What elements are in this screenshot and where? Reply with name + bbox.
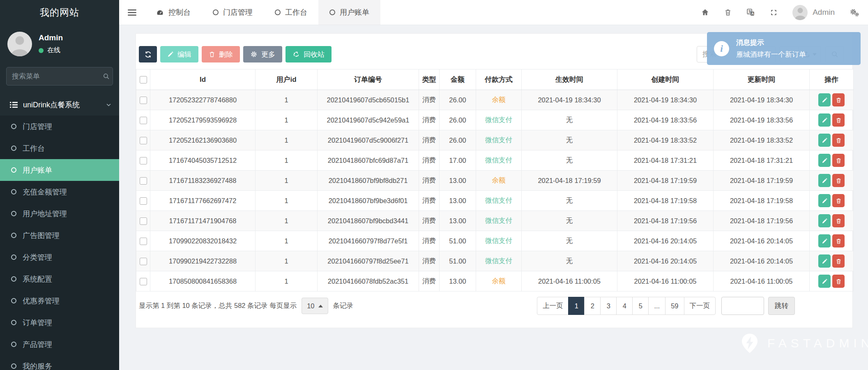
search-icon[interactable] xyxy=(103,73,110,80)
row-checkbox-cell xyxy=(136,171,150,191)
row-checkbox[interactable] xyxy=(140,278,147,285)
circle-icon xyxy=(329,9,335,15)
cell-effective-time: 无 xyxy=(522,231,617,251)
sidebar-item-充值金额管理[interactable]: 充值金额管理 xyxy=(0,181,119,203)
settings-cogs-icon[interactable] xyxy=(850,8,859,17)
row-delete-button[interactable] xyxy=(832,134,845,147)
row-checkbox[interactable] xyxy=(140,97,147,104)
sidebar-item-工作台[interactable]: 工作台 xyxy=(0,137,119,159)
row-checkbox[interactable] xyxy=(140,258,147,265)
row-checkbox[interactable] xyxy=(140,157,147,164)
row-delete-button[interactable] xyxy=(832,113,845,127)
row-edit-button[interactable] xyxy=(818,275,831,288)
sidebar-item-分类管理[interactable]: 分类管理 xyxy=(0,246,119,268)
column-header-Id: Id xyxy=(150,69,256,90)
row-edit-button[interactable] xyxy=(818,254,831,268)
notification-toast[interactable]: i 消息提示 雁城酒肆有一个新订单 xyxy=(707,32,861,65)
sidebar-item-广告图管理[interactable]: 广告图管理 xyxy=(0,224,119,246)
content-card: 编辑 删除 更多 回收站 xyxy=(136,33,853,328)
page-ellipsis[interactable]: ... xyxy=(648,297,665,315)
cell-id: 171674045035712512 xyxy=(150,150,256,171)
row-edit-button[interactable] xyxy=(818,234,831,247)
page-button-3[interactable]: 3 xyxy=(600,297,617,315)
row-edit-button[interactable] xyxy=(818,113,831,127)
nav-tab-用户账单[interactable]: 用户账单 xyxy=(318,0,380,25)
cell-actions xyxy=(810,191,854,211)
recycle-bin-button[interactable]: 回收站 xyxy=(285,46,332,62)
sidebar-item-订单管理[interactable]: 订单管理 xyxy=(0,312,119,333)
next-page-button[interactable]: 下一页 xyxy=(684,297,716,315)
jump-button[interactable]: 跳转 xyxy=(768,297,795,315)
fastadmin-watermark: FASTADMIN xyxy=(739,332,868,354)
nav-tab-控制台[interactable]: 控制台 xyxy=(145,0,202,25)
circle-icon xyxy=(11,298,16,303)
row-checkbox-cell xyxy=(136,251,150,271)
navbar-user[interactable]: Admin xyxy=(792,5,835,20)
fullscreen-icon[interactable] xyxy=(770,9,778,16)
page-button-2[interactable]: 2 xyxy=(584,297,601,315)
column-header-付款方式: 付款方式 xyxy=(476,69,522,90)
sidebar-item-label: 充值金额管理 xyxy=(23,187,67,197)
row-delete-button[interactable] xyxy=(832,214,845,227)
sidebar-item-我的服务[interactable]: 我的服务 xyxy=(0,355,119,370)
page-button-59[interactable]: 59 xyxy=(665,297,684,315)
menu-search-input[interactable] xyxy=(12,72,103,81)
nav-tab-工作台[interactable]: 工作台 xyxy=(264,0,318,25)
hamburger-menu-icon[interactable] xyxy=(119,9,145,16)
row-checkbox[interactable] xyxy=(140,117,147,124)
cell-type: 消费 xyxy=(419,110,440,130)
page-button-5[interactable]: 5 xyxy=(632,297,649,315)
row-checkbox[interactable] xyxy=(140,137,147,144)
nav-tab-门店管理[interactable]: 门店管理 xyxy=(202,0,264,25)
row-delete-button[interactable] xyxy=(832,174,845,187)
sidebar-group-unidrink[interactable]: uniDrink点餐系统 xyxy=(0,94,119,116)
sidebar-item-用户账单[interactable]: 用户账单 xyxy=(0,159,119,181)
pencil-icon xyxy=(822,178,828,184)
row-delete-button[interactable] xyxy=(832,194,845,207)
row-delete-button[interactable] xyxy=(832,154,845,167)
jump-page-input[interactable] xyxy=(721,297,764,315)
cell-actions xyxy=(810,251,854,271)
row-delete-button[interactable] xyxy=(832,234,845,247)
cell-pay-method: 微信支付 xyxy=(476,231,522,251)
page-button-1[interactable]: 1 xyxy=(568,297,585,315)
row-checkbox[interactable] xyxy=(140,217,147,225)
row-checkbox-cell xyxy=(136,90,150,110)
translate-icon[interactable]: 文A xyxy=(746,8,755,17)
row-edit-button[interactable] xyxy=(818,154,831,167)
row-delete-button[interactable] xyxy=(832,275,845,288)
cell-amount: 13.00 xyxy=(440,191,476,211)
navbar-actions: 文A Admin xyxy=(701,5,868,20)
sidebar-item-门店管理[interactable]: 门店管理 xyxy=(0,116,119,137)
trash-icon[interactable] xyxy=(724,8,732,16)
more-button[interactable]: 更多 xyxy=(243,46,282,62)
sidebar-item-系统配置[interactable]: 系统配置 xyxy=(0,268,119,290)
page-size-dropdown[interactable]: 10 xyxy=(302,298,328,314)
cell-created-time: 2021-04-18 17:19:56 xyxy=(617,211,714,231)
row-edit-button[interactable] xyxy=(818,93,831,106)
row-edit-button[interactable] xyxy=(818,134,831,147)
row-delete-button[interactable] xyxy=(832,93,845,106)
row-edit-button[interactable] xyxy=(818,174,831,187)
cell-order-no: 20210418607bf9bcbd3441 xyxy=(318,211,419,231)
home-icon[interactable] xyxy=(701,8,709,16)
delete-button[interactable]: 删除 xyxy=(202,46,240,62)
prev-page-button[interactable]: 上一页 xyxy=(537,297,569,315)
toast-title: 消息提示 xyxy=(736,38,806,47)
edit-button[interactable]: 编辑 xyxy=(160,46,198,62)
page-button-4[interactable]: 4 xyxy=(616,297,633,315)
sidebar-item-用户地址管理[interactable]: 用户地址管理 xyxy=(0,203,119,224)
row-edit-button[interactable] xyxy=(818,194,831,207)
sidebar-item-产品管理[interactable]: 产品管理 xyxy=(0,333,119,355)
row-edit-button[interactable] xyxy=(818,214,831,227)
row-delete-button[interactable] xyxy=(832,254,845,268)
pencil-icon xyxy=(167,51,174,58)
row-checkbox[interactable] xyxy=(140,238,147,245)
select-all-checkbox[interactable] xyxy=(140,76,147,83)
table-body: 172052322778746880120210419607d5cb65015b… xyxy=(136,90,854,291)
row-checkbox[interactable] xyxy=(140,197,147,205)
refresh-button[interactable] xyxy=(139,46,157,62)
sidebar-item-优惠券管理[interactable]: 优惠券管理 xyxy=(0,290,119,312)
brand-title: 我的网站 xyxy=(0,0,119,25)
row-checkbox[interactable] xyxy=(140,177,147,185)
